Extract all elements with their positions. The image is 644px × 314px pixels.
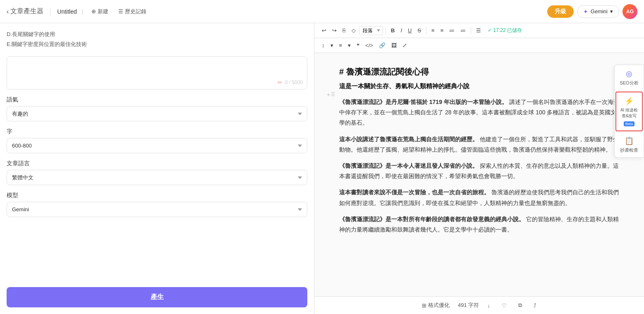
seo-icon: ◎ [626, 69, 632, 78]
redo-button[interactable]: ↪ [330, 26, 339, 35]
image-button[interactable]: 🖼 [389, 41, 399, 50]
share-button[interactable]: ⤴ [530, 301, 540, 310]
tone-label: 語氣 [7, 96, 307, 104]
gemini-button[interactable]: ✦ Gemini ▾ [577, 5, 619, 18]
seo-analysis-tool[interactable]: ◎ SEO分析 [615, 65, 644, 91]
left-panel: D.長尾關鍵字的使用 E.關鍵字密度與位置的最佳化技術 ✏ 0 / 5000 語… [0, 23, 314, 314]
editor-para-2[interactable]: 這本小說講述了魯濱遜在荒島上獨自生活期間的經歷。 他建造了一個住所，製造了工具和… [339, 134, 619, 155]
editor-subtitle[interactable]: 這是一本關於生存、勇氣和人類精神的經典小說 [339, 82, 619, 90]
editor-content: + ⠿ # 魯濱遜漂流記閱後心得 這是一本關於生存、勇氣和人類精神的經典小說 《… [314, 53, 644, 296]
para1-bold: 《魯濱遜漂流記》是丹尼爾·笛福於 1719 年出版的一本冒險小說。 [339, 99, 508, 105]
outline-item-d: D.長尾關鍵字的使用 [7, 30, 307, 39]
length-select[interactable]: 600-800 [7, 138, 307, 153]
editor-toolbar-row2: ↕ ▾ ≡ ▾ ❝ </> 🔗 🖼 ⤢ [314, 38, 644, 53]
clear-format-button[interactable]: ◇ [349, 26, 358, 35]
history-button[interactable]: ☰ 歷史記錄 [115, 6, 150, 17]
ai-check-icon: ⚡ [625, 97, 634, 106]
quote-button[interactable]: ❝ [354, 41, 362, 50]
toolbar-sep-1 [385, 27, 386, 34]
para4-bold: 這本書對讀者來說不僅是一次冒險，也是一次自省的旅程。 [339, 189, 490, 196]
side-tools: ◎ SEO分析 ⚡ AI 痕迹检查&改写 Beta 📋 抄袭检查 [614, 65, 644, 158]
nav-sep: | [82, 8, 84, 15]
strikethrough-button[interactable]: S [415, 26, 424, 35]
editor-para-3[interactable]: 《魯濱遜漂流記》是一本令人著迷且發人深省的小說。 探索人性的本質、生存的意志以及… [339, 161, 619, 181]
drag-icon[interactable]: ⠿ [331, 91, 335, 98]
add-icon[interactable]: + [327, 91, 330, 98]
edit-icon: ✏ [278, 79, 282, 86]
outline-area: D.長尾關鍵字的使用 E.關鍵字密度與位置的最佳化技術 [7, 30, 307, 50]
upgrade-button[interactable]: 升級 [547, 5, 574, 18]
editor-toolbar-row1: ↩ ↪ ⎘ ◇ 段落 B I U S ≡ ≡ ≔ ≔ ☰ ✓ 17:22 已儲存 [314, 23, 644, 38]
format-optimize-button[interactable]: ⊞ 格式優化 [419, 300, 453, 311]
link-button[interactable]: 🔗 [376, 41, 388, 50]
length-label: 字 [7, 128, 307, 135]
editor-para-1[interactable]: 《魯濱遜漂流記》是丹尼爾·笛福於 1719 年出版的一本冒險小說。 講述了一個名… [339, 97, 619, 128]
app-name: 文章產生器 [10, 7, 43, 16]
align-center-button[interactable]: ≡ [438, 26, 446, 35]
back-button[interactable]: ‹ 文章產生器 [7, 7, 43, 16]
document-title[interactable]: Untitled [57, 8, 77, 15]
avatar[interactable]: AG [622, 4, 637, 19]
nav-divider [50, 7, 50, 16]
plus-icon: ⊕ [91, 8, 96, 14]
duplicate-button[interactable]: ⧉ [515, 300, 525, 310]
heart-icon: ♡ [502, 302, 507, 309]
format-icon: ⊞ [422, 302, 426, 309]
para-handle[interactable]: + ⠿ [327, 91, 335, 98]
model-label: 模型 [7, 192, 307, 199]
italic-button[interactable]: I [398, 26, 405, 35]
outline-item-e: E.關鍵字密度與位置的最佳化技術 [7, 40, 307, 49]
generate-button[interactable]: 產生 [7, 287, 307, 307]
download-icon: ↓ [487, 302, 490, 309]
editor-statusbar: ⊞ 格式優化 491 字符 ↓ ♡ ⧉ ⤴ [314, 296, 644, 314]
ordered-list-button[interactable]: ≔ [447, 26, 457, 35]
main-layout: D.長尾關鍵字的使用 E.關鍵字密度與位置的最佳化技術 ✏ 0 / 5000 語… [0, 23, 644, 314]
star-icon: ✦ [583, 8, 588, 15]
paragraph-select[interactable]: 段落 [359, 26, 383, 35]
undo-button[interactable]: ↩ [319, 26, 329, 35]
para2-bold: 這本小說講述了魯濱遜在荒島上獨自生活期間的經歷。 [339, 136, 478, 143]
align-left-button[interactable]: ≡ [429, 26, 437, 35]
para3-bold: 《魯濱遜漂流記》是一本令人著迷且發人深省的小說。 [339, 162, 478, 169]
bold-button[interactable]: B [388, 26, 397, 35]
line-height-down-icon[interactable]: ▾ [328, 41, 336, 50]
plagiarism-icon: 📋 [625, 136, 634, 145]
history-icon: ☰ [118, 8, 123, 14]
ai-check-tool[interactable]: ⚡ AI 痕迹检查&改写 Beta [615, 92, 643, 131]
plagiarism-tool[interactable]: 📋 抄袭检查 [615, 132, 644, 157]
share-icon: ⤴ [534, 302, 536, 309]
editor-para-4[interactable]: 這本書對讀者來說不僅是一次冒險，也是一次自省的旅程。 魯濱遜的經歷迫使我們思考我… [339, 187, 619, 208]
char-count: ✏ 0 / 5000 [278, 79, 303, 86]
fullscreen-button[interactable]: ⤢ [400, 41, 409, 50]
text-input-area[interactable]: ✏ 0 / 5000 [7, 56, 307, 89]
align-options-down-icon[interactable]: ▾ [345, 41, 353, 50]
para5-bold: 《魯濱遜漂流記》是一本對所有年齡段的讀者都有啟發意義的經典小說。 [339, 216, 524, 222]
toolbar-sep-3 [471, 27, 471, 34]
download-button[interactable]: ↓ [484, 301, 493, 310]
like-button[interactable]: ♡ [498, 301, 510, 310]
model-select[interactable]: Gemini [7, 202, 307, 217]
save-status: ✓ 17:22 已儲存 [488, 27, 522, 34]
copy-format-button[interactable]: ⎘ [340, 26, 348, 35]
model-group: 模型 Gemini [7, 192, 307, 217]
char-count-status: 491 字符 [458, 302, 479, 309]
editor-heading[interactable]: # 魯濱遜漂流記閱後心得 [339, 66, 619, 77]
align-options-button[interactable]: ≡ [337, 41, 345, 50]
line-height-button[interactable]: ↕ [319, 41, 327, 50]
top-nav: ‹ 文章產生器 Untitled | ⊕ 新建 ☰ 歷史記錄 升級 ✦ Gemi… [0, 0, 644, 23]
chevron-down-icon: ▾ [610, 8, 613, 14]
unordered-list-button[interactable]: ≔ [458, 26, 468, 35]
language-group: 文章語言 繁體中文 [7, 160, 307, 185]
right-panel: ↩ ↪ ⎘ ◇ 段落 B I U S ≡ ≡ ≔ ≔ ☰ ✓ 17:22 已儲存… [314, 23, 644, 314]
editor-para-5[interactable]: 《魯濱遜漂流記》是一本對所有年齡段的讀者都有啟發意義的經典小說。 它的冒險精神、… [339, 214, 619, 235]
code-button[interactable]: </> [363, 41, 376, 50]
underline-button[interactable]: U [405, 26, 414, 35]
toolbar-sep-2 [426, 27, 426, 34]
length-group: 字 600-800 [7, 128, 307, 153]
copy-icon: ⧉ [518, 302, 522, 309]
insert-button[interactable]: ☰ [474, 26, 484, 35]
language-select[interactable]: 繁體中文 [7, 170, 307, 185]
back-icon: ‹ [7, 8, 9, 15]
new-button[interactable]: ⊕ 新建 [88, 6, 112, 17]
tone-select[interactable]: 有趣的 [7, 106, 307, 121]
